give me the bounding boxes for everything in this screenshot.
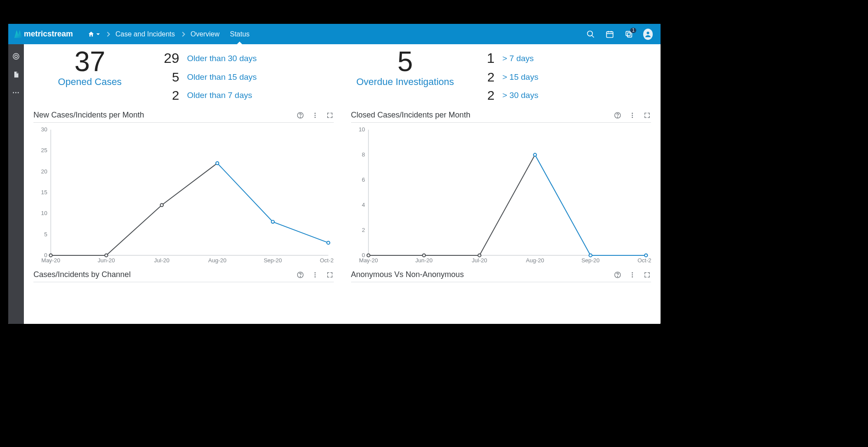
help-icon[interactable]	[614, 271, 621, 279]
kpi-overdue-investigations: 5 Overdue Investigations 1 > 7 days 2 > …	[349, 48, 651, 103]
charts-row-2: Cases/Incidents by Channel Anonymous Vs …	[33, 270, 651, 282]
breadcrumb-label: Status	[230, 30, 250, 38]
rail-more-icon[interactable]: ···	[12, 88, 20, 97]
svg-point-66	[314, 276, 316, 277]
notifications-badge: 1	[630, 28, 636, 33]
search-icon[interactable]	[586, 29, 595, 39]
svg-text:2: 2	[362, 227, 365, 233]
brand-logo[interactable]: metricstream	[14, 29, 73, 39]
expand-icon[interactable]	[326, 111, 334, 119]
svg-text:Oct-20: Oct-20	[638, 257, 651, 264]
svg-text:Jun-20: Jun-20	[98, 257, 115, 264]
svg-point-56	[367, 254, 370, 257]
svg-point-33	[160, 203, 163, 206]
svg-point-12	[300, 117, 300, 117]
charts-row-1: New Cases/Incidents per Month 0510152025…	[33, 111, 651, 266]
chart-title: New Cases/Incidents per Month	[33, 111, 144, 120]
svg-line-1	[592, 35, 594, 37]
chart-by-channel: Cases/Incidents by Channel	[33, 270, 334, 282]
breadcrumb-status[interactable]: Status	[225, 24, 255, 44]
more-vertical-icon[interactable]	[628, 111, 636, 119]
kpi-sub-value: 5	[159, 70, 179, 85]
more-vertical-icon[interactable]	[311, 111, 319, 119]
breadcrumb-overview[interactable]: Overview	[185, 24, 225, 44]
svg-text:Jul-20: Jul-20	[154, 257, 169, 264]
topbar-actions: 1	[586, 29, 656, 39]
svg-text:Aug-20: Aug-20	[208, 257, 227, 264]
svg-text:10: 10	[358, 126, 365, 133]
app-body: ··· 37 Opened Cases 29 Older than 30 day…	[8, 44, 661, 324]
svg-text:Sep-20: Sep-20	[581, 257, 599, 264]
svg-text:4: 4	[362, 202, 365, 208]
svg-text:8: 8	[362, 151, 365, 158]
svg-point-32	[105, 254, 108, 257]
svg-point-57	[422, 254, 425, 257]
kpi-sub-value: 29	[159, 50, 179, 66]
user-avatar[interactable]	[643, 29, 653, 39]
svg-text:6: 6	[362, 176, 365, 183]
kpi-sub-link-gt-7[interactable]: > 7 days	[503, 54, 534, 63]
kpi-value: 37	[33, 48, 146, 75]
more-vertical-icon[interactable]	[311, 271, 319, 279]
svg-point-35	[271, 220, 274, 223]
home-icon	[88, 31, 95, 38]
svg-point-71	[632, 276, 633, 277]
expand-icon[interactable]	[643, 271, 651, 279]
help-icon[interactable]	[296, 111, 304, 119]
svg-point-61	[644, 254, 648, 257]
help-icon[interactable]	[296, 271, 304, 279]
kpi-sub-value: 2	[159, 88, 179, 103]
svg-text:15: 15	[41, 189, 47, 196]
breadcrumb: Case and Incidents Overview Status	[82, 24, 255, 44]
svg-point-15	[314, 117, 316, 118]
calendar-icon[interactable]	[605, 29, 615, 39]
kpi-opened-cases: 37 Opened Cases 29 Older than 30 days 5 …	[33, 48, 336, 103]
svg-point-41	[632, 117, 633, 118]
help-icon[interactable]	[614, 111, 621, 119]
breadcrumb-case-incidents[interactable]: Case and Incidents	[110, 24, 180, 44]
home-crumb[interactable]	[82, 24, 105, 44]
kpi-sub-link-older-7[interactable]: Older than 7 days	[187, 91, 252, 100]
svg-text:5: 5	[44, 231, 47, 238]
svg-point-34	[216, 162, 219, 165]
svg-text:20: 20	[41, 168, 47, 175]
expand-icon[interactable]	[643, 111, 651, 119]
kpi-value: 5	[349, 48, 462, 75]
brand-name: metricstream	[24, 29, 73, 39]
svg-text:Oct-20: Oct-20	[320, 257, 333, 264]
svg-point-63	[300, 276, 300, 277]
svg-point-58	[478, 254, 481, 257]
chart-new-cases: New Cases/Incidents per Month 0510152025…	[33, 111, 334, 266]
svg-point-13	[314, 113, 316, 114]
kpi-sub-link-older-30[interactable]: Older than 30 days	[187, 54, 257, 63]
svg-text:25: 25	[41, 147, 47, 153]
svg-point-8	[647, 32, 649, 34]
rail-document-icon[interactable]	[12, 70, 20, 79]
svg-point-14	[314, 114, 316, 116]
kpi-sub-link-older-15[interactable]: Older than 15 days	[187, 72, 257, 82]
svg-point-10	[15, 55, 17, 58]
caret-down-icon	[96, 33, 100, 37]
svg-point-60	[589, 254, 592, 257]
chart-anonymous: Anonymous Vs Non-Anonymous	[351, 270, 651, 282]
chart-closed-cases: Closed Cases/Incidents per Month 0246810…	[351, 111, 651, 266]
kpi-sub-link-gt-30[interactable]: > 30 days	[503, 91, 539, 100]
kpi-sub-link-gt-15[interactable]: > 15 days	[503, 72, 539, 82]
notifications-icon[interactable]: 1	[624, 29, 634, 39]
svg-point-9	[13, 53, 19, 59]
breadcrumb-label: Overview	[191, 30, 220, 38]
svg-point-70	[632, 274, 633, 275]
svg-text:Aug-20: Aug-20	[526, 257, 544, 264]
svg-point-64	[314, 272, 316, 274]
svg-point-0	[588, 31, 593, 36]
app-window: metricstream Case and Incidents Overview…	[8, 24, 661, 324]
rail-target-icon[interactable]	[12, 52, 20, 61]
svg-point-68	[617, 276, 618, 277]
chart-canvas-closed-cases: 0246810May-20Jun-20Jul-20Aug-20Sep-20Oct…	[351, 125, 651, 266]
kpi-label[interactable]: Overdue Investigations	[349, 76, 462, 88]
more-vertical-icon[interactable]	[628, 271, 636, 279]
expand-icon[interactable]	[326, 271, 334, 279]
svg-point-36	[327, 241, 330, 244]
kpi-label[interactable]: Opened Cases	[33, 76, 146, 88]
chart-title: Anonymous Vs Non-Anonymous	[351, 270, 464, 279]
